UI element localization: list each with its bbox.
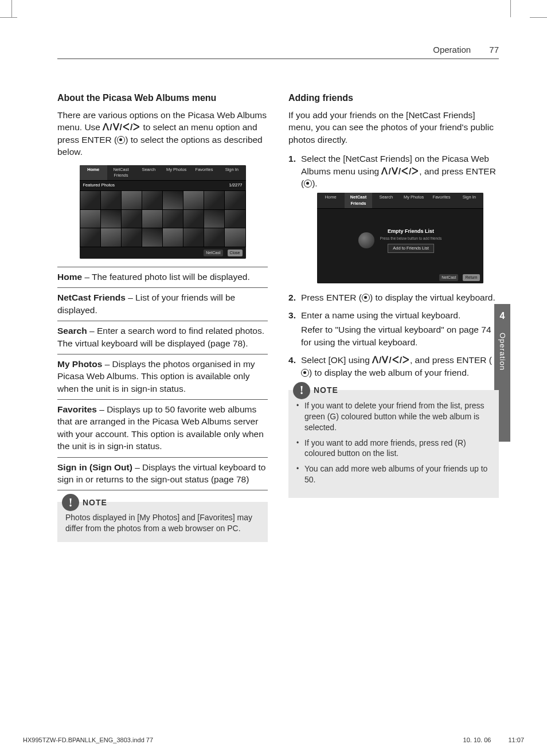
def-home: Home – The featured photo list will be d…	[57, 267, 268, 287]
avatar-icon	[358, 232, 374, 248]
header-rule	[57, 59, 499, 59]
photo-grid	[80, 190, 246, 248]
steps-list: Select the [NetCast Friends] on the Pica…	[288, 153, 499, 379]
add-to-friends-button: Add to Friends List	[388, 244, 434, 253]
def-search: Search – Enter a search word to find rel…	[57, 321, 268, 354]
note-box-right: ! NOTE If you want to delete your friend…	[288, 390, 499, 498]
print-date: 10. 10. 06	[463, 736, 491, 743]
manual-page: Operation 77 4 Operation About the Picas…	[0, 0, 547, 756]
source-file: HX995TZW-FD.BPANLLK_ENG_3803.indd 77	[23, 736, 153, 743]
cropmark	[11, 0, 12, 17]
note-text: Photos displayed in [My Photos] and [Fav…	[65, 513, 252, 533]
enter-icon	[301, 369, 309, 377]
left-column: About the Picasa Web Albums menu There a…	[57, 92, 268, 542]
exclamation-icon: !	[293, 382, 310, 399]
step-3: Enter a name using the virtual keyboard.…	[288, 309, 499, 348]
right-column: Adding friends If you add your friends o…	[288, 92, 499, 542]
screenshot-featured-photos: Home NetCast Friends Search My Photos Fa…	[80, 165, 246, 259]
chapter-label: Operation	[498, 333, 507, 371]
print-footer: HX995TZW-FD.BPANLLK_ENG_3803.indd 77 10.…	[23, 736, 524, 743]
def-netcast-friends: NetCast Friends – List of your friends w…	[57, 287, 268, 321]
enter-icon	[362, 294, 370, 302]
note-bullets: If you want to delete your friend from t…	[296, 400, 491, 485]
cropmark	[510, 0, 511, 17]
section-name: Operation	[433, 45, 471, 54]
screenshot-tabs: Home NetCast Friends Search My Photos Fa…	[80, 165, 246, 181]
note-badge: ! NOTE	[62, 494, 107, 511]
enter-icon	[117, 136, 125, 144]
nav-arrows: ᐱ/ᐯ/ᐸ/ᐳ	[103, 122, 140, 132]
intro-paragraph: There are various options on the Picasa …	[57, 109, 268, 158]
exclamation-icon: !	[62, 494, 79, 511]
nav-arrows: ᐱ/ᐯ/ᐸ/ᐳ	[372, 355, 410, 365]
chapter-number: 4	[500, 311, 505, 321]
print-time: 11:07	[508, 736, 524, 743]
step-1: Select the [NetCast Friends] on the Pica…	[288, 153, 499, 283]
menu-definitions: Home – The featured photo list will be d…	[57, 267, 268, 490]
page-sheet: Operation 77 4 Operation About the Picas…	[11, 17, 533, 739]
page-number: 77	[489, 45, 499, 54]
def-my-photos: My Photos – Displays the photos organise…	[57, 354, 268, 399]
note-badge: ! NOTE	[293, 382, 338, 399]
def-sign-in: Sign in (Sign Out) – Displays the virtua…	[57, 457, 268, 491]
def-favorites: Favorites – Displays up to 50 favorite w…	[57, 399, 268, 457]
running-head: Operation 77	[433, 45, 499, 54]
nav-arrows: ᐱ/ᐯ/ᐸ/ᐳ	[381, 166, 419, 176]
step-4: Select [OK] using ᐱ/ᐯ/ᐸ/ᐳ, and press ENT…	[288, 354, 499, 379]
note-box-left: ! NOTE Photos displayed in [My Photos] a…	[57, 502, 268, 542]
content-columns: About the Picasa Web Albums menu There a…	[57, 92, 499, 542]
intro-paragraph: If you add your friends on the [NetCast …	[288, 109, 499, 146]
heading-adding-friends: Adding friends	[288, 92, 499, 104]
heading-picasa-menu: About the Picasa Web Albums menu	[57, 92, 268, 104]
enter-icon	[304, 180, 312, 188]
step-2: Press ENTER () to display the virtual ke…	[288, 291, 499, 303]
screenshot-empty-friends: Home NetCast Friends Search My Photos Fa…	[317, 193, 483, 283]
